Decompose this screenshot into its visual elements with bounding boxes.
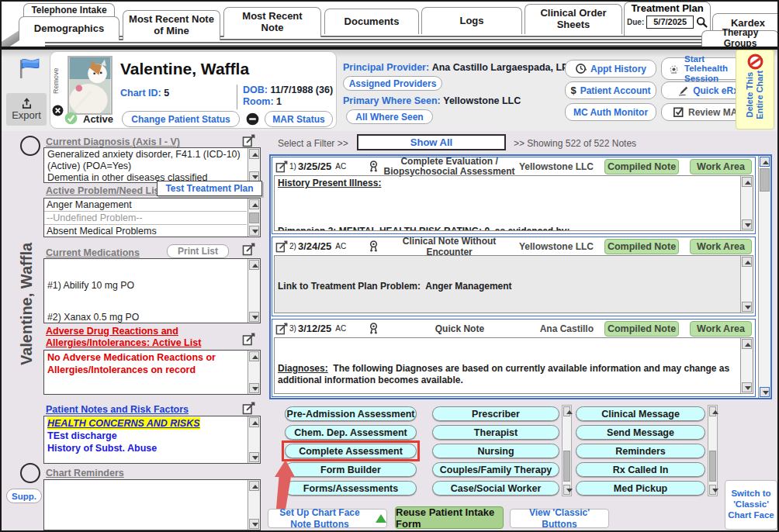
adverse-listbox[interactable]: No Adverse Medication Reactions or Aller…	[43, 350, 261, 395]
work-area-button[interactable]: Work Area	[690, 159, 752, 174]
therapist-button[interactable]: Therapist	[432, 425, 559, 440]
assigned-providers-button[interactable]: Assigned Providers	[343, 76, 442, 91]
all-where-seen-button[interactable]: All Where Seen	[346, 109, 433, 124]
note-row[interactable]: 1) 3/25/25 AC Complete Evaluation / Biop…	[272, 157, 756, 234]
scrollbar[interactable]	[248, 480, 260, 530]
med-pickup-button[interactable]: Med Pickup	[576, 481, 705, 496]
problem-item[interactable]: --Undefined Problem--	[44, 212, 247, 225]
problem-item[interactable]: Absent Medical Problems	[44, 225, 247, 237]
form-builder-button[interactable]: Form Builder	[285, 462, 417, 477]
case-social-worker-button[interactable]: Case/Social Worker	[432, 481, 559, 496]
medications-listbox[interactable]: #1) Abilify 10 mg PO #2) Xanax 0.5 mg PO…	[43, 258, 261, 323]
send-message-button[interactable]: Send Message	[576, 425, 705, 440]
patient-photo[interactable]	[68, 56, 113, 115]
tab-treatment-plan[interactable]: Treatment Plan Due: 5/7/2025	[624, 2, 711, 36]
forms-assessments-button[interactable]: Forms/Assessments	[285, 481, 417, 496]
compiled-note-button[interactable]: Compiled Note	[604, 159, 679, 174]
appt-history-button[interactable]: Appt History	[565, 60, 656, 78]
compiled-note-button[interactable]: Compiled Note	[604, 321, 679, 337]
tab-most-recent-note[interactable]: Most Recent Note	[223, 7, 321, 37]
view-classic-buttons-button[interactable]: View 'Classic' Buttons	[510, 509, 609, 528]
show-all-button[interactable]: Show All	[357, 134, 506, 150]
note-body[interactable]: History Present Illness: Dimension 3: ME…	[274, 175, 753, 231]
setup-note-buttons-button[interactable]: Set Up Chart Face Note Buttons	[268, 509, 387, 528]
risk-popout-icon[interactable]	[242, 402, 255, 415]
clinical-message-button[interactable]: Clinical Message	[576, 406, 705, 421]
grid-scrollbar[interactable]	[708, 405, 718, 496]
reminders-listbox[interactable]	[43, 479, 261, 530]
due-date-field[interactable]: 5/7/2025	[646, 16, 694, 29]
search-icon[interactable]	[696, 16, 708, 28]
diagnosis-popout-icon[interactable]	[242, 134, 255, 147]
note-row[interactable]: 2) 3/24/25 AC Clinical Note Without Enco…	[272, 237, 756, 316]
tab-demographics[interactable]: Demographics	[19, 16, 119, 40]
note-row[interactable]: 3) 3/12/25 AC Quick Note Ana Castillo Co…	[272, 319, 756, 397]
scrollbar[interactable]	[740, 256, 753, 313]
notes-scrollbar[interactable]	[758, 156, 770, 398]
grid-scrollbar[interactable]	[562, 405, 572, 496]
reuse-intake-form-button[interactable]: Reuse Patient Intake Form	[395, 506, 504, 529]
mc-auth-monitor-button[interactable]: MC Auth Monitor	[565, 103, 656, 121]
medications-popout-icon[interactable]	[242, 243, 255, 256]
note-popout-icon[interactable]	[275, 161, 288, 173]
status-check-icon	[64, 112, 78, 125]
prescriber-button[interactable]: Prescriber	[432, 406, 559, 421]
diagnosis-radio[interactable]	[20, 136, 40, 156]
remove-photo-label[interactable]: Remove	[52, 57, 63, 105]
scrollbar[interactable]	[248, 416, 260, 463]
medication-item[interactable]: #2) Xanax 0.5 mg PO	[47, 313, 247, 323]
test-treatment-plan-button[interactable]: Test Treatment Plan	[157, 181, 262, 196]
risk-item-highlight[interactable]: HEALTH CONCERNS AND RISKS	[47, 417, 200, 430]
ribbon-icon	[368, 240, 379, 253]
couples-family-therapy-button[interactable]: Couples/Family Therapy	[432, 462, 559, 477]
tab-documents[interactable]: Documents	[324, 9, 419, 34]
compiled-note-button[interactable]: Compiled Note	[604, 239, 679, 254]
note-number: 2)	[289, 242, 296, 250]
nursing-button[interactable]: Nursing	[432, 444, 559, 458]
tab-clinical-order-sheets[interactable]: Clinical Order Sheets	[525, 4, 622, 34]
risk-listbox[interactable]: HEALTH CONCERNS AND RISKS TEst discharge…	[43, 416, 261, 464]
scrollbar[interactable]	[248, 259, 260, 323]
tab-therapy-groups[interactable]: Therapy Groups	[701, 30, 779, 47]
remove-x-icon[interactable]	[52, 105, 64, 116]
delete-chart-button[interactable]: Delete This Entire Chart	[736, 50, 774, 130]
tab-most-recent-note-of-mine[interactable]: Most Recent Note of Mine	[123, 10, 220, 40]
supp-button[interactable]: Supp.	[6, 489, 42, 503]
problem-item[interactable]: Anger Management	[44, 199, 247, 212]
mar-status-button[interactable]: MAR Status	[265, 111, 333, 127]
note-popout-icon[interactable]	[275, 323, 288, 335]
pre-admission-assessment-button[interactable]: Pre-Admission Assessment	[285, 406, 417, 421]
note-number: 3)	[289, 324, 296, 333]
flag-icon[interactable]	[19, 57, 40, 79]
risk-item[interactable]: History of Subst. Abuse	[47, 442, 247, 454]
adverse-popout-icon[interactable]	[242, 333, 255, 346]
note-body[interactable]: Diagnoses: The following Diagnoses are b…	[274, 337, 753, 394]
medication-item[interactable]: #1) Abilify 10 mg PO	[47, 281, 247, 292]
erx-pen-icon	[678, 85, 689, 96]
scrollbar[interactable]	[740, 176, 753, 230]
problem-listbox[interactable]: Anger Management --Undefined Problem-- A…	[43, 198, 261, 237]
note-body[interactable]: Link to Treatment Plan Problem: Anger Ma…	[274, 255, 753, 313]
scrollbar[interactable]	[740, 338, 753, 393]
rx-called-in-button[interactable]: Rx Called In	[576, 462, 705, 477]
scrollbar[interactable]	[248, 148, 260, 182]
tab-logs[interactable]: Logs	[421, 7, 522, 34]
problem-list-title: Active Problem/Need List	[46, 185, 163, 196]
switch-classic-chart-face-button[interactable]: Switch to 'Classic' Chart Face	[725, 480, 777, 530]
note-popout-icon[interactable]	[275, 240, 288, 253]
scrollbar[interactable]	[248, 351, 260, 394]
work-area-button[interactable]: Work Area	[690, 321, 752, 337]
scrollbar[interactable]	[248, 199, 260, 237]
patient-account-button[interactable]: $ Patient Account	[565, 81, 656, 99]
diagnosis-listbox[interactable]: Generalized anxiety disorder, F41.1 (ICD…	[43, 147, 261, 183]
reminders-radio[interactable]	[20, 463, 40, 483]
export-button[interactable]: Export	[6, 93, 47, 126]
change-patient-status-button[interactable]: Change Patient Status	[122, 111, 240, 127]
minus-icon[interactable]	[246, 112, 259, 126]
principal-provider-label: Principal Provider:	[343, 62, 429, 73]
work-area-button[interactable]: Work Area	[690, 239, 752, 254]
reminders-button[interactable]: Reminders	[576, 444, 705, 458]
risk-item[interactable]: TEst discharge	[47, 430, 247, 442]
chem-dep-assessment-button[interactable]: Chem. Dep. Assessment	[285, 425, 417, 440]
print-list-button[interactable]: Print List	[167, 244, 229, 258]
